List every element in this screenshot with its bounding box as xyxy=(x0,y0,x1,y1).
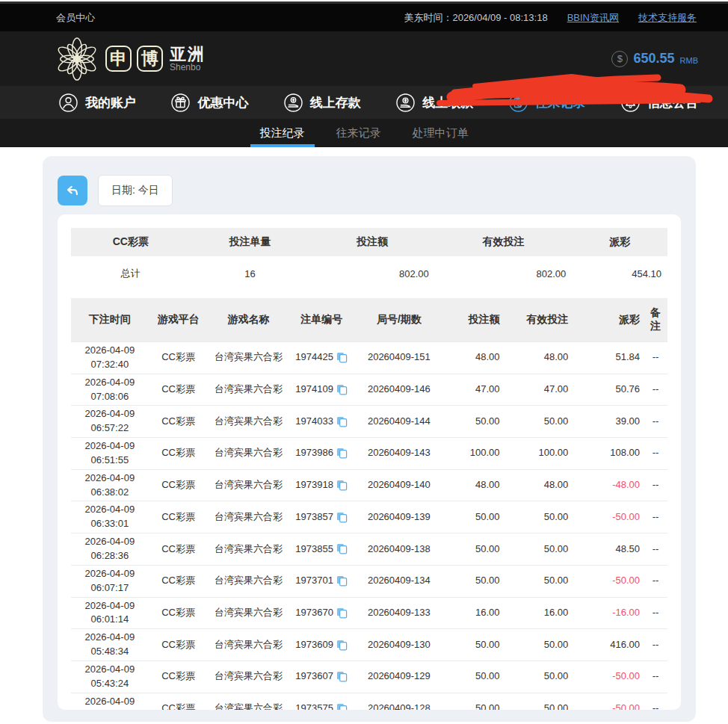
payout-cell: -50.00 xyxy=(572,501,644,533)
nav-item-online-withdrawal[interactable]: 线上取款 xyxy=(395,93,473,113)
back-button[interactable] xyxy=(58,176,87,205)
bet-date: 2026-04-09 xyxy=(75,439,145,454)
copy-icon[interactable] xyxy=(336,416,348,427)
platform-cell: CC彩票 xyxy=(149,469,209,501)
summary-col-valid-bet: 有效投注 xyxy=(435,228,573,256)
tab-pending-orders[interactable]: 处理中订单 xyxy=(403,119,478,147)
bet-time: 06:33:01 xyxy=(75,517,145,531)
bet-date: 2026-04-09 xyxy=(75,631,145,645)
platform-cell: CC彩票 xyxy=(149,438,209,470)
col-game-platform: 游戏平台 xyxy=(149,298,209,342)
copy-icon[interactable] xyxy=(336,352,348,363)
col-note: 备注 xyxy=(644,298,667,342)
bet-row: 2026-04-09 06:57:22 CC彩票 台湾宾果六合彩 1974033 xyxy=(71,406,667,438)
balance-display[interactable]: $ 650.55 RMB xyxy=(611,51,698,67)
bet-id-cell: 1973575 xyxy=(289,693,354,710)
platform-cell: CC彩票 xyxy=(149,660,209,693)
platform-cell: CC彩票 xyxy=(149,565,209,597)
bet-time: 06:01:14 xyxy=(75,613,145,627)
bet-amount-cell: 50.00 xyxy=(444,629,504,661)
bet-row: 2026-04-09 05:48:34 CC彩票 台湾宾果六合彩 1973609 xyxy=(71,629,667,661)
copy-icon[interactable] xyxy=(336,480,348,491)
deposit-coin-icon xyxy=(283,93,303,113)
game-name-cell: 台湾宾果六合彩 xyxy=(209,660,289,693)
tab-transaction-records[interactable]: 往来记录 xyxy=(327,119,391,147)
platform-cell: CC彩票 xyxy=(149,597,209,629)
bet-time-cell: 2026-04-09 05:38:54 xyxy=(71,693,149,710)
summary-col-bet-amount: 投注额 xyxy=(309,228,435,256)
bet-time-cell: 2026-04-09 06:51:55 xyxy=(71,438,149,470)
bet-id-value: 1973918 xyxy=(295,478,333,492)
nav-item-promo-center[interactable]: 优惠中心 xyxy=(170,93,248,113)
valid-bet-cell: 47.00 xyxy=(504,374,573,406)
nav-label: 优惠中心 xyxy=(197,94,248,111)
tech-support-link[interactable]: 技术支持服务 xyxy=(638,11,697,25)
bet-id-value: 1973855 xyxy=(295,542,333,557)
nav-label: 线上取款 xyxy=(422,94,473,111)
copy-icon[interactable] xyxy=(336,671,348,682)
bet-id-cell: 1973986 xyxy=(289,438,354,470)
copy-icon[interactable] xyxy=(336,703,348,710)
bet-time-cell: 2026-04-09 07:32:40 xyxy=(71,342,149,374)
records-clipboard-icon xyxy=(508,93,528,113)
date-filter-chip[interactable]: 日期: 今日 xyxy=(98,175,173,206)
bet-row: 2026-04-09 06:33:01 CC彩票 台湾宾果六合彩 1973857 xyxy=(71,501,667,533)
bbin-news-link[interactable]: BBIN资讯网 xyxy=(567,11,619,25)
bet-date: 2026-04-09 xyxy=(75,503,145,517)
bet-time: 06:07:17 xyxy=(75,581,145,595)
platform-cell: CC彩票 xyxy=(149,406,209,438)
note-cell: -- xyxy=(644,565,667,597)
game-name-cell: 台湾宾果六合彩 xyxy=(209,342,289,374)
note-cell: -- xyxy=(644,501,667,533)
bet-row: 2026-04-09 06:28:36 CC彩票 台湾宾果六合彩 1973855 xyxy=(71,533,667,566)
member-center-label: 会员中心 xyxy=(56,11,95,25)
shenbo-logo[interactable]: 申 博 亚洲 Shenbo xyxy=(54,36,206,82)
note-cell: -- xyxy=(644,438,667,470)
round-number-cell: 20260409-130 xyxy=(354,629,444,661)
bet-time: 05:43:24 xyxy=(75,677,145,691)
user-icon xyxy=(58,93,78,113)
copy-icon[interactable] xyxy=(336,575,348,587)
summary-col-bet-count: 投注单量 xyxy=(191,228,310,256)
col-bet-id: 注单编号 xyxy=(289,298,354,342)
nav-item-transaction-records[interactable]: 往来记录 xyxy=(508,93,586,113)
col-bet-time: 下注时间 xyxy=(71,298,149,342)
records-panel: 日期: 今日 CC彩票 投注单量 投注额 有效投注 派彩 总计 xyxy=(43,156,696,722)
bet-amount-cell: 100.00 xyxy=(444,438,504,470)
copy-icon[interactable] xyxy=(336,640,348,651)
bet-time: 06:51:55 xyxy=(75,454,145,468)
copy-icon[interactable] xyxy=(336,512,348,523)
bet-time-cell: 2026-04-09 07:08:06 xyxy=(71,374,149,406)
nav-item-my-account[interactable]: 我的账户 xyxy=(58,93,136,113)
summary-total-count: 16 xyxy=(191,256,310,291)
flower-logo-icon xyxy=(54,36,100,82)
bet-id-cell: 1973701 xyxy=(289,565,354,597)
game-name-cell: 台湾宾果六合彩 xyxy=(209,693,289,710)
nav-item-online-deposit[interactable]: 线上存款 xyxy=(283,93,361,113)
bet-row: 2026-04-09 06:51:55 CC彩票 台湾宾果六合彩 1973986 xyxy=(71,438,667,470)
filter-row: 日期: 今日 xyxy=(58,175,681,206)
bet-time-cell: 2026-04-09 06:07:17 xyxy=(71,565,149,597)
payout-cell: -50.00 xyxy=(572,565,644,597)
round-number-cell: 20260409-143 xyxy=(354,438,444,470)
copy-icon[interactable] xyxy=(336,543,348,554)
bet-id-cell: 1974109 xyxy=(289,374,354,406)
bets-header-row: 下注时间 游戏平台 游戏名称 注单编号 局号/期数 投注额 有效投注 派彩 备注 xyxy=(71,298,667,342)
col-valid-bet: 有效投注 xyxy=(504,298,573,342)
bet-amount-cell: 50.00 xyxy=(444,660,504,693)
round-number-cell: 20260409-140 xyxy=(354,469,444,501)
copy-icon[interactable] xyxy=(336,384,348,395)
summary-total-row: 总计 16 802.00 802.00 454.10 xyxy=(71,256,667,291)
valid-bet-cell: 50.00 xyxy=(504,629,573,661)
nav-label: 线上存款 xyxy=(310,94,361,111)
note-cell: -- xyxy=(644,597,667,629)
copy-icon[interactable] xyxy=(336,607,348,619)
summary-header-row: CC彩票 投注单量 投注额 有效投注 派彩 xyxy=(71,228,667,256)
copy-icon[interactable] xyxy=(336,448,348,459)
bet-amount-cell: 48.00 xyxy=(444,469,504,501)
bets-table: 下注时间 游戏平台 游戏名称 注单编号 局号/期数 投注额 有效投注 派彩 备注 xyxy=(71,298,667,710)
tab-bet-records[interactable]: 投注纪录 xyxy=(250,119,315,147)
bet-time-cell: 2026-04-09 06:33:01 xyxy=(71,501,149,533)
logo-char-bo: 博 xyxy=(137,46,163,72)
nav-item-announcements[interactable]: 信息公告 xyxy=(620,93,698,113)
